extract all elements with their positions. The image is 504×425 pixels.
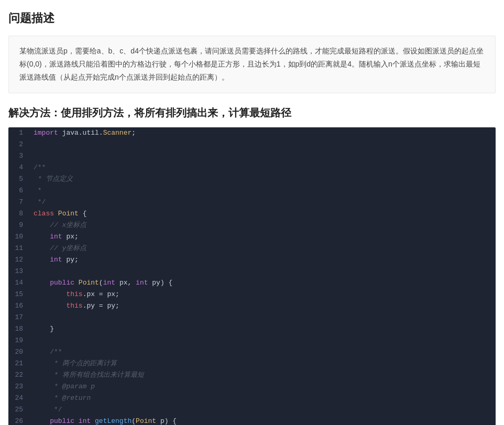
code-line: 18 } bbox=[8, 323, 496, 335]
code-line: 17 bbox=[8, 312, 496, 323]
problem-title: 问题描述 bbox=[8, 10, 496, 28]
line-number: 6 bbox=[8, 185, 29, 197]
code-line: 1import java.util.Scanner; bbox=[8, 127, 496, 139]
code-line: 13 bbox=[8, 266, 496, 277]
code-line: 23 * @param p bbox=[8, 381, 496, 393]
line-number: 26 bbox=[8, 416, 29, 425]
line-content: int px; bbox=[29, 231, 496, 243]
line-number: 17 bbox=[8, 312, 29, 323]
line-content: this.px = px; bbox=[29, 289, 496, 300]
code-line: 20 /** bbox=[8, 346, 496, 358]
line-content bbox=[29, 139, 496, 150]
code-line: 8class Point { bbox=[8, 208, 496, 220]
line-number: 23 bbox=[8, 381, 29, 393]
line-number: 5 bbox=[8, 173, 29, 185]
line-number: 7 bbox=[8, 197, 29, 208]
code-line: 19 bbox=[8, 335, 496, 346]
code-editor: 1import java.util.Scanner;2 3 4/**5 * 节点… bbox=[8, 127, 496, 425]
line-number: 18 bbox=[8, 323, 29, 335]
line-content: */ bbox=[29, 197, 496, 208]
code-line: 12 int py; bbox=[8, 254, 496, 266]
line-content: */ bbox=[29, 404, 496, 416]
line-content: // y坐标点 bbox=[29, 243, 496, 254]
line-content: /** bbox=[29, 162, 496, 173]
line-content: /** bbox=[29, 346, 496, 358]
code-line: 6 * bbox=[8, 185, 496, 197]
line-number: 25 bbox=[8, 404, 29, 416]
line-content: * bbox=[29, 185, 496, 197]
code-line: 3 bbox=[8, 150, 496, 162]
code-line: 4/** bbox=[8, 162, 496, 173]
code-line: 7 */ bbox=[8, 197, 496, 208]
line-content: // x坐标点 bbox=[29, 220, 496, 231]
line-content: int py; bbox=[29, 254, 496, 266]
code-line: 26 public int getLength(Point p) { bbox=[8, 416, 496, 425]
line-number: 16 bbox=[8, 300, 29, 312]
code-line: 21 * 两个点的距离计算 bbox=[8, 358, 496, 369]
code-line: 2 bbox=[8, 139, 496, 150]
line-number: 9 bbox=[8, 220, 29, 231]
code-table: 1import java.util.Scanner;2 3 4/**5 * 节点… bbox=[8, 127, 496, 425]
line-content: class Point { bbox=[29, 208, 496, 220]
code-line: 14 public Point(int px, int py) { bbox=[8, 277, 496, 289]
line-content: } bbox=[29, 323, 496, 335]
line-content: this.py = py; bbox=[29, 300, 496, 312]
code-line: 9 // x坐标点 bbox=[8, 220, 496, 231]
description-text: 某物流派送员p，需要给a、b、c、d4个快递点派送包裹，请问派送员需要选择什么的… bbox=[19, 47, 484, 81]
line-content bbox=[29, 266, 496, 277]
line-content: public Point(int px, int py) { bbox=[29, 277, 496, 289]
code-line: 10 int px; bbox=[8, 231, 496, 243]
line-number: 8 bbox=[8, 208, 29, 220]
line-number: 10 bbox=[8, 231, 29, 243]
line-number: 20 bbox=[8, 346, 29, 358]
line-content: public int getLength(Point p) { bbox=[29, 416, 496, 425]
solution-title: 解决方法：使用排列方法，将所有排列搞出来，计算最短路径 bbox=[8, 106, 496, 120]
line-number: 19 bbox=[8, 335, 29, 346]
line-content bbox=[29, 335, 496, 346]
line-number: 14 bbox=[8, 277, 29, 289]
line-number: 21 bbox=[8, 358, 29, 369]
line-content bbox=[29, 312, 496, 323]
line-content: * 节点定义 bbox=[29, 173, 496, 185]
code-line: 25 */ bbox=[8, 404, 496, 416]
code-line: 16 this.py = py; bbox=[8, 300, 496, 312]
line-number: 13 bbox=[8, 266, 29, 277]
code-line: 11 // y坐标点 bbox=[8, 243, 496, 254]
line-content bbox=[29, 150, 496, 162]
line-content: * 将所有组合找出来计算最短 bbox=[29, 369, 496, 381]
line-number: 11 bbox=[8, 243, 29, 254]
line-number: 1 bbox=[8, 127, 29, 139]
code-line: 24 * @return bbox=[8, 393, 496, 404]
code-line: 15 this.px = px; bbox=[8, 289, 496, 300]
line-content: import java.util.Scanner; bbox=[29, 127, 496, 139]
line-number: 12 bbox=[8, 254, 29, 266]
line-number: 24 bbox=[8, 393, 29, 404]
line-number: 15 bbox=[8, 289, 29, 300]
line-number: 4 bbox=[8, 162, 29, 173]
line-content: * @param p bbox=[29, 381, 496, 393]
line-number: 2 bbox=[8, 139, 29, 150]
problem-description: 某物流派送员p，需要给a、b、c、d4个快递点派送包裹，请问派送员需要选择什么的… bbox=[8, 36, 496, 93]
code-line: 5 * 节点定义 bbox=[8, 173, 496, 185]
line-content: * 两个点的距离计算 bbox=[29, 358, 496, 369]
line-number: 22 bbox=[8, 369, 29, 381]
line-content: * @return bbox=[29, 393, 496, 404]
line-number: 3 bbox=[8, 150, 29, 162]
code-line: 22 * 将所有组合找出来计算最短 bbox=[8, 369, 496, 381]
page-container: 问题描述 某物流派送员p，需要给a、b、c、d4个快递点派送包裹，请问派送员需要… bbox=[0, 0, 504, 425]
